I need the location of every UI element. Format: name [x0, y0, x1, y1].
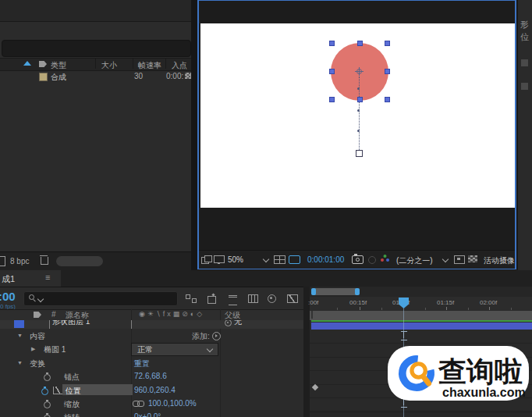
watermark-site: chaxunla.com: [442, 386, 526, 400]
watermark: 查询啦 chaxunla.com: [0, 0, 532, 417]
chaxunla-logo-icon: [396, 353, 437, 394]
after-effects-window: 类型 大小 帧速率 入点 合成 30 0:00: 8 bpc: [0, 0, 532, 417]
